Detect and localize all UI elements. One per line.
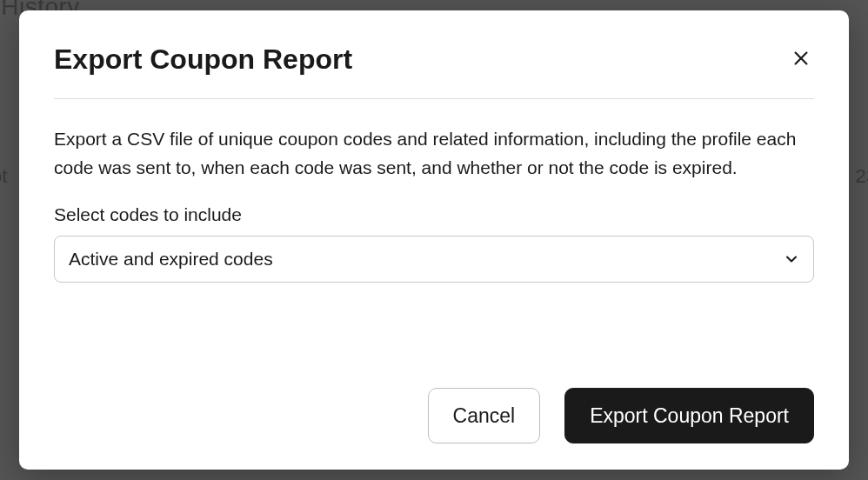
close-button[interactable]	[788, 45, 814, 74]
select-codes-wrapper: Active and expired codes	[54, 236, 814, 283]
modal-title: Export Coupon Report	[54, 43, 352, 76]
export-coupon-modal: Export Coupon Report Export a CSV file o…	[19, 10, 849, 470]
backdrop-left-fragment: ot	[0, 165, 7, 188]
modal-body: Export a CSV file of unique coupon codes…	[54, 99, 814, 370]
backdrop-right-fragment: 23	[856, 165, 868, 188]
modal-footer: Cancel Export Coupon Report	[54, 370, 814, 443]
cancel-button[interactable]: Cancel	[428, 388, 541, 443]
export-button[interactable]: Export Coupon Report	[564, 388, 814, 443]
modal-description: Export a CSV file of unique coupon codes…	[54, 125, 814, 182]
select-codes-label: Select codes to include	[54, 204, 814, 225]
select-codes-dropdown[interactable]: Active and expired codes	[54, 236, 814, 283]
close-icon	[791, 49, 811, 70]
modal-header: Export Coupon Report	[54, 43, 814, 99]
